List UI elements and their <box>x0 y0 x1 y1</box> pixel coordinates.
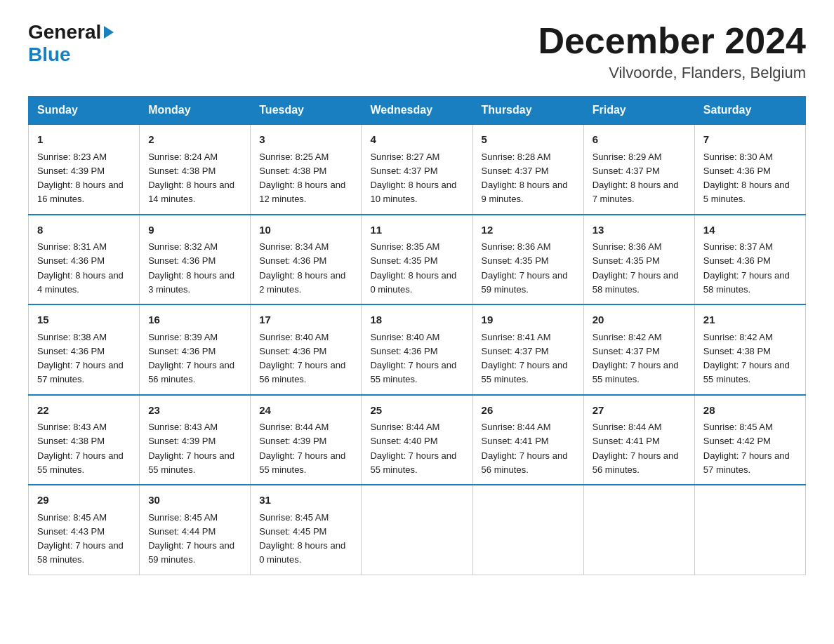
calendar-header: Sunday Monday Tuesday Wednesday Thursday… <box>29 97 806 125</box>
calendar-day-cell: 27 Sunrise: 8:44 AMSunset: 4:41 PMDaylig… <box>583 395 694 485</box>
calendar-day-cell <box>362 485 472 575</box>
calendar-day-cell: 13 Sunrise: 8:36 AMSunset: 4:35 PMDaylig… <box>583 215 694 305</box>
day-info: Sunrise: 8:45 AMSunset: 4:42 PMDaylight:… <box>703 422 790 475</box>
day-info: Sunrise: 8:29 AMSunset: 4:37 PMDaylight:… <box>593 152 679 205</box>
day-number: 8 <box>37 222 131 239</box>
day-info: Sunrise: 8:40 AMSunset: 4:36 PMDaylight:… <box>259 332 345 385</box>
calendar-day-cell: 11 Sunrise: 8:35 AMSunset: 4:35 PMDaylig… <box>362 215 472 305</box>
col-saturday: Saturday <box>694 97 805 125</box>
day-number: 15 <box>37 312 131 328</box>
col-sunday: Sunday <box>29 97 140 125</box>
day-info: Sunrise: 8:28 AMSunset: 4:37 PMDaylight:… <box>482 152 568 205</box>
day-number: 4 <box>370 132 463 148</box>
calendar-day-cell: 20 Sunrise: 8:42 AMSunset: 4:37 PMDaylig… <box>583 304 694 395</box>
day-info: Sunrise: 8:44 AMSunset: 4:40 PMDaylight:… <box>370 422 456 475</box>
calendar-day-cell: 15 Sunrise: 8:38 AMSunset: 4:36 PMDaylig… <box>29 304 140 395</box>
calendar-day-cell: 19 Sunrise: 8:41 AMSunset: 4:37 PMDaylig… <box>472 304 583 395</box>
day-info: Sunrise: 8:41 AMSunset: 4:37 PMDaylight:… <box>482 332 568 385</box>
calendar-day-cell: 7 Sunrise: 8:30 AMSunset: 4:36 PMDayligh… <box>694 124 805 215</box>
calendar-day-cell: 10 Sunrise: 8:34 AMSunset: 4:36 PMDaylig… <box>251 215 362 305</box>
calendar-day-cell: 4 Sunrise: 8:27 AMSunset: 4:37 PMDayligh… <box>362 124 472 215</box>
day-info: Sunrise: 8:31 AMSunset: 4:36 PMDaylight:… <box>37 241 124 295</box>
day-info: Sunrise: 8:27 AMSunset: 4:37 PMDaylight:… <box>370 152 456 205</box>
day-number: 18 <box>370 312 463 328</box>
day-info: Sunrise: 8:44 AMSunset: 4:41 PMDaylight:… <box>482 422 568 475</box>
day-info: Sunrise: 8:38 AMSunset: 4:36 PMDaylight:… <box>37 332 124 385</box>
day-info: Sunrise: 8:45 AMSunset: 4:44 PMDaylight:… <box>148 512 234 565</box>
day-number: 22 <box>37 403 131 419</box>
day-info: Sunrise: 8:42 AMSunset: 4:37 PMDaylight:… <box>593 332 679 385</box>
day-info: Sunrise: 8:44 AMSunset: 4:39 PMDaylight:… <box>259 422 345 475</box>
day-number: 7 <box>703 132 797 148</box>
calendar-day-cell: 9 Sunrise: 8:32 AMSunset: 4:36 PMDayligh… <box>140 215 251 305</box>
col-wednesday: Wednesday <box>362 97 472 125</box>
logo: General Blue <box>28 21 115 66</box>
day-number: 29 <box>37 492 131 509</box>
day-number: 23 <box>148 403 241 419</box>
day-info: Sunrise: 8:35 AMSunset: 4:35 PMDaylight:… <box>370 241 456 295</box>
day-info: Sunrise: 8:30 AMSunset: 4:36 PMDaylight:… <box>703 152 790 205</box>
calendar-day-cell: 21 Sunrise: 8:42 AMSunset: 4:38 PMDaylig… <box>694 304 805 395</box>
day-info: Sunrise: 8:23 AMSunset: 4:39 PMDaylight:… <box>37 152 124 205</box>
day-number: 30 <box>148 492 241 509</box>
calendar-day-cell: 22 Sunrise: 8:43 AMSunset: 4:38 PMDaylig… <box>29 395 140 485</box>
calendar-day-cell: 30 Sunrise: 8:45 AMSunset: 4:44 PMDaylig… <box>140 485 251 575</box>
calendar-day-cell: 17 Sunrise: 8:40 AMSunset: 4:36 PMDaylig… <box>251 304 362 395</box>
header-row: Sunday Monday Tuesday Wednesday Thursday… <box>29 97 806 125</box>
calendar-week-row: 22 Sunrise: 8:43 AMSunset: 4:38 PMDaylig… <box>29 395 806 485</box>
calendar-day-cell: 23 Sunrise: 8:43 AMSunset: 4:39 PMDaylig… <box>140 395 251 485</box>
calendar-week-row: 8 Sunrise: 8:31 AMSunset: 4:36 PMDayligh… <box>29 215 806 305</box>
day-number: 28 <box>703 403 797 419</box>
calendar-day-cell <box>694 485 805 575</box>
day-number: 11 <box>370 222 463 239</box>
calendar-day-cell: 18 Sunrise: 8:40 AMSunset: 4:36 PMDaylig… <box>362 304 472 395</box>
col-friday: Friday <box>583 97 694 125</box>
day-info: Sunrise: 8:36 AMSunset: 4:35 PMDaylight:… <box>482 241 568 295</box>
day-number: 21 <box>703 312 797 328</box>
day-info: Sunrise: 8:39 AMSunset: 4:36 PMDaylight:… <box>148 332 234 385</box>
day-number: 5 <box>482 132 575 148</box>
day-number: 14 <box>703 222 797 239</box>
day-number: 17 <box>259 312 352 328</box>
day-number: 16 <box>148 312 241 328</box>
title-section: December 2024 Vilvoorde, Flanders, Belgi… <box>538 21 806 82</box>
calendar-day-cell: 2 Sunrise: 8:24 AMSunset: 4:38 PMDayligh… <box>140 124 251 215</box>
day-number: 3 <box>259 132 352 148</box>
day-number: 2 <box>148 132 241 148</box>
day-number: 27 <box>593 403 686 419</box>
calendar-day-cell <box>472 485 583 575</box>
calendar-day-cell: 6 Sunrise: 8:29 AMSunset: 4:37 PMDayligh… <box>583 124 694 215</box>
calendar-day-cell: 31 Sunrise: 8:45 AMSunset: 4:45 PMDaylig… <box>251 485 362 575</box>
day-number: 26 <box>482 403 575 419</box>
calendar-day-cell: 8 Sunrise: 8:31 AMSunset: 4:36 PMDayligh… <box>29 215 140 305</box>
calendar-day-cell: 28 Sunrise: 8:45 AMSunset: 4:42 PMDaylig… <box>694 395 805 485</box>
day-info: Sunrise: 8:32 AMSunset: 4:36 PMDaylight:… <box>148 241 234 295</box>
day-number: 9 <box>148 222 241 239</box>
day-info: Sunrise: 8:25 AMSunset: 4:38 PMDaylight:… <box>259 152 345 205</box>
page-header: General Blue December 2024 Vilvoorde, Fl… <box>28 21 806 82</box>
day-number: 25 <box>370 403 463 419</box>
day-number: 31 <box>259 492 352 509</box>
calendar-day-cell: 16 Sunrise: 8:39 AMSunset: 4:36 PMDaylig… <box>140 304 251 395</box>
calendar-day-cell <box>583 485 694 575</box>
logo-general-text: General <box>28 21 101 43</box>
day-info: Sunrise: 8:34 AMSunset: 4:36 PMDaylight:… <box>259 241 345 295</box>
calendar-day-cell: 12 Sunrise: 8:36 AMSunset: 4:35 PMDaylig… <box>472 215 583 305</box>
day-number: 24 <box>259 403 352 419</box>
col-thursday: Thursday <box>472 97 583 125</box>
month-title: December 2024 <box>538 21 806 61</box>
calendar-day-cell: 14 Sunrise: 8:37 AMSunset: 4:36 PMDaylig… <box>694 215 805 305</box>
day-info: Sunrise: 8:45 AMSunset: 4:45 PMDaylight:… <box>259 512 345 565</box>
calendar-week-row: 1 Sunrise: 8:23 AMSunset: 4:39 PMDayligh… <box>29 124 806 215</box>
col-tuesday: Tuesday <box>251 97 362 125</box>
day-number: 6 <box>593 132 686 148</box>
day-info: Sunrise: 8:43 AMSunset: 4:38 PMDaylight:… <box>37 422 124 475</box>
calendar-day-cell: 3 Sunrise: 8:25 AMSunset: 4:38 PMDayligh… <box>251 124 362 215</box>
day-number: 20 <box>593 312 686 328</box>
calendar-day-cell: 29 Sunrise: 8:45 AMSunset: 4:43 PMDaylig… <box>29 485 140 575</box>
day-number: 12 <box>482 222 575 239</box>
calendar-day-cell: 25 Sunrise: 8:44 AMSunset: 4:40 PMDaylig… <box>362 395 472 485</box>
day-info: Sunrise: 8:37 AMSunset: 4:36 PMDaylight:… <box>703 241 790 295</box>
day-info: Sunrise: 8:44 AMSunset: 4:41 PMDaylight:… <box>593 422 679 475</box>
day-info: Sunrise: 8:43 AMSunset: 4:39 PMDaylight:… <box>148 422 234 475</box>
